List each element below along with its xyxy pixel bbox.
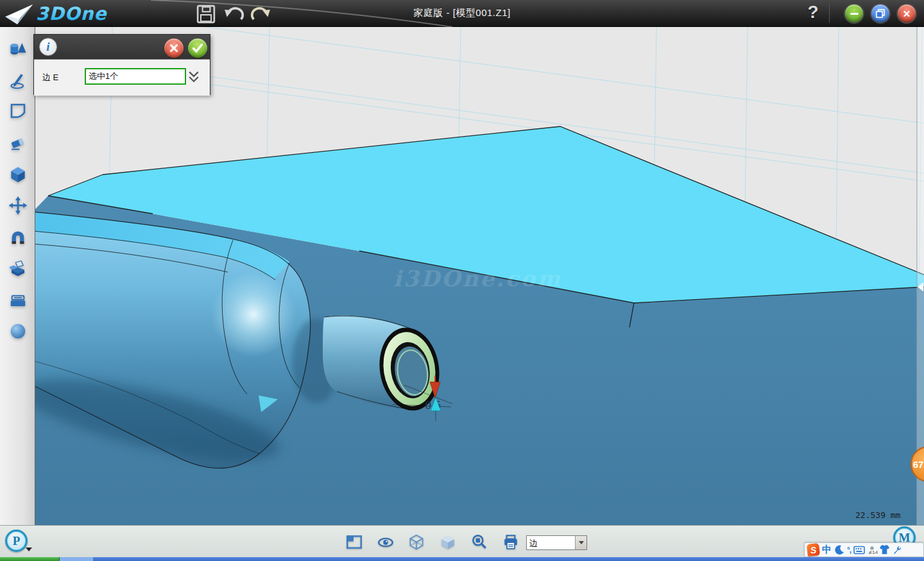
svg-text:67: 67 (913, 459, 924, 470)
info-icon: i (39, 38, 57, 56)
view-mode-value: 边 (527, 536, 575, 549)
cancel-icon (169, 43, 179, 53)
taskbar-highlight (60, 557, 93, 561)
dialog-title-bar: i (34, 35, 210, 59)
titlebar-separator (829, 4, 830, 23)
visibility-eye-icon[interactable] (376, 533, 395, 551)
sogou-logo-icon[interactable]: S (807, 543, 820, 557)
confirm-icon (192, 43, 203, 53)
taskbar-app-button[interactable] (0, 557, 60, 561)
edge-field-label: 边 E (42, 72, 58, 83)
zoom-view-icon[interactable] (470, 533, 489, 551)
fuzzy-tone-icon[interactable]: °, (847, 546, 851, 555)
user-icon[interactable]: 14 (868, 546, 877, 555)
print-icon[interactable] (501, 533, 520, 551)
primitives-icon[interactable] (8, 40, 28, 59)
view-mode-selector[interactable]: 边 (526, 535, 587, 550)
dialog-body: 边 E (34, 59, 210, 96)
taskbar-background (93, 557, 924, 561)
restore-button[interactable] (871, 4, 889, 22)
plane-view-icon[interactable] (345, 533, 364, 551)
move-icon[interactable] (8, 196, 28, 215)
user-count-badge: 14 (871, 550, 878, 555)
part-navigation-badge[interactable]: P (5, 530, 28, 552)
material-sphere-icon[interactable] (8, 322, 28, 341)
restore-icon (876, 9, 885, 18)
help-button[interactable]: ? (805, 2, 821, 25)
wrench-icon[interactable] (893, 545, 902, 555)
ime-lang-toggle[interactable]: 中 (822, 544, 832, 556)
magnet-icon[interactable] (8, 229, 28, 248)
os-taskbar (0, 557, 924, 561)
close-icon: ✕ (903, 9, 911, 19)
solid-cube-icon[interactable] (8, 165, 28, 184)
ime-toolbar: S 中 °, 14 (804, 542, 924, 557)
wireframe-cube-icon[interactable] (407, 533, 426, 551)
confirm-button[interactable] (188, 39, 207, 58)
title-bar: 3DOne 家庭版 - [模型001.Z1] ? ✕ (0, 0, 924, 27)
sketch-plane-icon[interactable] (8, 101, 28, 121)
close-button[interactable]: ✕ (898, 4, 916, 22)
double-chevron-down-icon[interactable] (188, 70, 200, 84)
dropdown-arrow-icon[interactable] (575, 536, 586, 549)
watermark: i3DOne.com (393, 266, 562, 291)
soft-keyboard-icon[interactable] (853, 546, 865, 555)
eraser-icon[interactable] (8, 133, 28, 152)
edge-selection-input[interactable] (85, 68, 186, 85)
sketch-pencil-icon[interactable] (8, 71, 28, 90)
unfold-box-icon[interactable] (8, 259, 28, 279)
part-menu-arrow-icon[interactable] (26, 548, 32, 551)
bottom-bar: P 边 M (0, 525, 924, 557)
selection-dialog: i 边 E (33, 34, 210, 95)
dimension-readout: 22.539 mm (855, 510, 901, 520)
left-toolbar (0, 27, 35, 525)
window-title: 家庭版 - [模型001.Z1] (0, 7, 924, 19)
shaded-cube-icon[interactable] (438, 533, 458, 551)
skin-shirt-icon[interactable] (879, 545, 890, 555)
cancel-button[interactable] (164, 39, 184, 58)
toolbox-icon[interactable] (8, 290, 28, 309)
viewport-canvas[interactable]: i3DOne.com 0.5 (35, 27, 924, 525)
moon-icon[interactable] (834, 545, 844, 555)
minimize-icon (850, 13, 859, 15)
minimize-button[interactable] (845, 4, 863, 22)
